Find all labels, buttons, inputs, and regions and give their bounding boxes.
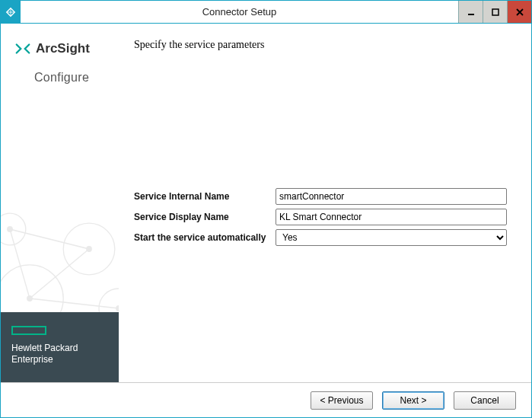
next-button[interactable]: Next > [382,391,444,410]
brand-area: ArcSight Configure [1,24,119,89]
minimize-button[interactable] [458,1,483,23]
svg-point-12 [7,226,13,232]
app-icon [1,1,21,23]
connector-setup-window: Connector Setup ArcSight [0,0,532,418]
cancel-button[interactable]: Cancel [454,391,516,410]
svg-point-11 [86,246,92,252]
button-bar: < Previous Next > Cancel [1,382,531,417]
parameters-form: Service Internal Name Service Display Na… [134,188,507,246]
svg-point-2 [1,265,63,312]
main-panel: Specify the service parameters Service I… [119,24,531,382]
sidebar-subhead: Configure [14,71,108,85]
svg-rect-0 [468,14,474,15]
window-controls [458,1,531,23]
page-headline: Specify the service parameters [134,39,513,51]
arcsight-logo-icon [14,40,31,57]
svg-line-6 [30,249,89,298]
svg-line-9 [10,229,30,298]
display-name-label: Service Display Name [134,212,271,222]
svg-line-8 [30,298,119,308]
titlebar: Connector Setup [1,1,531,24]
autostart-label: Start the service automatically [134,232,271,243]
network-graphic-icon [1,160,119,312]
display-name-input[interactable] [276,209,507,225]
internal-name-input[interactable] [276,188,507,205]
maximize-button[interactable] [483,1,507,23]
hpe-line2: Enterprise [11,354,53,365]
brand-row: ArcSight [14,40,108,57]
autostart-select[interactable]: Yes [276,229,507,246]
previous-button[interactable]: < Previous [311,391,373,410]
dialog-body: ArcSight Configure [1,24,531,382]
hpe-text: Hewlett Packard Enterprise [11,343,108,365]
sidebar-decoration [1,89,119,312]
hpe-line1: Hewlett Packard [11,343,78,353]
svg-point-10 [27,295,33,302]
close-button[interactable] [507,1,531,23]
window-title: Connector Setup [21,1,458,23]
svg-point-5 [99,289,119,312]
sidebar: ArcSight Configure [1,24,119,382]
hpe-logo-icon [11,326,46,335]
internal-name-label: Service Internal Name [134,191,271,202]
hpe-footer: Hewlett Packard Enterprise [1,312,119,382]
svg-rect-1 [492,9,499,15]
brand-name: ArcSight [36,41,90,56]
